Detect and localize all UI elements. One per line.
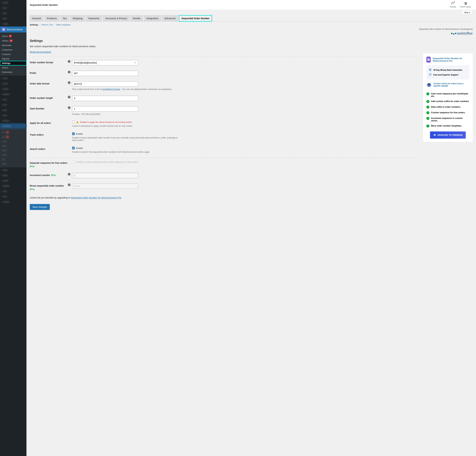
read-documentation-link[interactable]: Read documentation [30, 51, 51, 53]
sidebar-sub-status[interactable]: Status [0, 65, 26, 70]
tab-tax[interactable]: Tax [60, 15, 69, 21]
apply-all-help: Leave it unchecked to apply number forma… [72, 125, 178, 127]
pro-badge: (Pro) [51, 174, 56, 176]
order-format-select[interactable]: [Prefix][Date][Number] [72, 60, 138, 65]
subnav-other[interactable]: Other solutions [56, 24, 70, 26]
logo-text: webtoffee [457, 31, 473, 35]
sidebar-sub-blurred[interactable]: ▪▪▪▪▪▪ [0, 148, 26, 153]
sidebar-sub-blurred[interactable]: ▪▪▪▪▪▪ [0, 144, 26, 148]
sidebar-item-blurred[interactable]: ▪ ▪▪▪▪▪ [0, 173, 26, 178]
tab-integration[interactable]: Integration [144, 15, 161, 21]
sidebar-sub-settings[interactable]: Settings [0, 61, 26, 65]
svg-rect-3 [428, 60, 429, 60]
sidebar-item-blurred[interactable]: ▪ ▪▪▪▪▪ [0, 81, 26, 86]
sidebar-sub-home[interactable]: Home 2 [0, 34, 26, 38]
sidebar-sub-coupons[interactable]: Coupons [0, 52, 26, 56]
tab-shipping[interactable]: Shipping [70, 15, 85, 21]
help-tooltip-icon[interactable]: ? [68, 81, 70, 84]
sidebar-label: Orders [2, 40, 8, 42]
start-number-input[interactable] [72, 106, 138, 112]
sidebar-item-blurred[interactable]: ▪ ▪▪▪▪ [0, 113, 26, 118]
sidebar-item-woocommerce[interactable]: W WooCommerce [0, 26, 26, 33]
sidebar-sub-blurred[interactable]: ▪▪▪▪▪▪ [0, 162, 26, 166]
settings-tabs: General Products Tax Shipping Payments A… [30, 15, 473, 22]
chevron-down-icon: ▾ [469, 11, 470, 14]
subnav-settings[interactable]: Settings [30, 24, 38, 26]
tab-emails[interactable]: Emails [130, 15, 143, 21]
search-orders-checkbox[interactable] [72, 147, 75, 149]
sidebar-item-blurred[interactable]: ▪ ▪▪▪▪▪ [0, 76, 26, 81]
sidebar-sub-reports[interactable]: Reports [0, 56, 26, 61]
sidebar-item-blurred[interactable]: ▪ ▪▪▪▪▪▪▪ [0, 118, 26, 123]
tab-products[interactable]: Products [44, 15, 59, 21]
activity-button[interactable]: Activity [448, 2, 458, 8]
sidebar-sub-blurred[interactable]: ▪▪▪▪▪▪ [0, 153, 26, 157]
sidebar-sub-orders[interactable]: Orders 4 [0, 38, 26, 43]
tab-advanced[interactable]: Advanced [162, 15, 178, 21]
sidebar-sub-decorator[interactable]: Decorator [0, 43, 26, 48]
sidebar-item-blurred[interactable]: ▪ ▪▪▪▪ [0, 194, 26, 199]
date-format-input[interactable] [72, 81, 138, 87]
free-sequence-text: Enable to create separate order number s… [76, 161, 138, 163]
sidebar-sub-blurred[interactable]: ▪▪▪▪ [0, 157, 26, 162]
subnav-freevspro[interactable]: Free vs. Pro [41, 24, 53, 26]
predefined-formats-link[interactable]: predefined formats [102, 88, 120, 90]
sidebar-item-blurred-active[interactable]: ▪ ▪▪▪▪▪▪▪▪▪ [0, 123, 26, 129]
sidebar-sub-customers[interactable]: Customers [0, 48, 26, 52]
track-orders-checkbox[interactable] [72, 132, 75, 135]
sidebar-item-blurred[interactable]: ▪ ▪▪▪▪ [0, 107, 26, 113]
tab-payments[interactable]: Payments [86, 15, 102, 21]
sidebar-item-blurred[interactable]: ▪ ▪▪▪▪▪▪ [0, 178, 26, 183]
prefix-input[interactable] [72, 71, 138, 76]
dollar-icon [429, 68, 432, 72]
sidebar-item-blurred[interactable]: ▪ ▪▪▪▪▪▪▪ [0, 199, 26, 204]
sidebar-item-blurred[interactable]: ▪ ▪▪▪▪▪▪ [0, 86, 26, 92]
sidebar-item-blurred[interactable]: ▪ ▪▪▪▪▪▪ [0, 0, 26, 5]
help-tooltip-icon[interactable]: ? [68, 71, 70, 73]
tab-accounts[interactable]: Accounts & Privacy [103, 15, 130, 21]
crown-icon [433, 133, 436, 137]
finish-setup-button[interactable]: Finish setup [458, 2, 473, 8]
page-title: Sequential Order Number [30, 4, 58, 6]
check-icon [426, 111, 429, 114]
promo-product-icon [426, 57, 431, 62]
sidebar-item-blurred[interactable]: ▪ ▪▪▪▪▪▪▪ [0, 92, 26, 97]
row-search-orders: Search orders Enable Enable to search th… [30, 144, 420, 156]
upgrade-button[interactable]: UPGRADE TO PREMIUM [430, 132, 466, 139]
sidebar-item-blurred[interactable]: ▪ ▪▪▪▪ [0, 5, 26, 11]
check-icon [426, 117, 429, 120]
sidebar-item-blurred[interactable]: ▪ ▪▪▪▪▪ [0, 167, 26, 173]
sidebar-item-blurred[interactable]: ▪ ▪▪▪▪ [0, 102, 26, 107]
enable-label: Enable [76, 147, 83, 149]
help-tooltip-icon[interactable]: ? [68, 184, 70, 186]
reset-select: Never [72, 184, 138, 189]
sidebar-item-blurred[interactable]: ▪ ▪▪▪▪ [0, 189, 26, 194]
length-input[interactable] [72, 96, 138, 101]
tab-general[interactable]: General [30, 15, 43, 21]
row-start-number: Start Number ? Preview : WT-08/12/2022/0… [30, 104, 420, 118]
sidebar-sub-blurred[interactable]: ▪▪▪▪ 0 [0, 130, 26, 135]
sidebar-item-blurred[interactable]: ▪ ▪▪▪▪ [0, 97, 26, 102]
save-button[interactable]: Save changes [30, 204, 50, 210]
free-sequence-checkbox [72, 161, 75, 163]
help-tooltip-icon[interactable]: ? [68, 106, 70, 109]
sidebar-item-blurred[interactable]: ▪ ▪▪▪▪ [0, 16, 26, 21]
logo-square-icon [451, 33, 452, 34]
sidebar-item-blurred[interactable]: ▪ ▪▪▪▪ [0, 11, 26, 16]
help-tooltip-icon[interactable]: ? [68, 96, 70, 98]
enable-label: Enable [76, 133, 83, 135]
help-tab[interactable]: Help ▾ [461, 11, 473, 15]
sidebar-sub-extensions[interactable]: Extensions [0, 70, 26, 74]
tab-sequential[interactable]: Sequential Order Number [179, 15, 212, 22]
help-tooltip-icon[interactable]: ? [68, 173, 70, 175]
sidebar-sub-blurred[interactable]: ▪▪▪▪▪▪ [0, 139, 26, 144]
developer-logo[interactable]: webtoffee [30, 31, 473, 35]
unlock-link[interactable]: Sequential Order Number for WooCommerce … [71, 196, 121, 199]
sidebar-item-blurred[interactable]: ▪ ▪▪▪▪▪▪ [0, 21, 26, 26]
help-tooltip-icon[interactable]: ? [68, 60, 70, 63]
apply-all-checkbox[interactable] [72, 121, 75, 123]
promo-card: Sequential Order Number for WooCommerce … [423, 53, 473, 142]
sidebar-sub-blurred[interactable]: ▪▪▪▪ 0 [0, 135, 26, 139]
sidebar-item-blurred[interactable]: ▪ ▪▪▪▪▪▪▪ [0, 183, 26, 189]
new-badge-icon: New [426, 82, 432, 88]
